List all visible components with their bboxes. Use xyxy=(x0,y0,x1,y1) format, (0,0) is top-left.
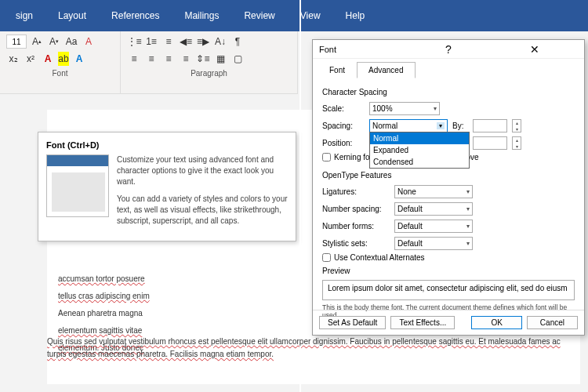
help-icon[interactable]: ? xyxy=(405,43,492,56)
menu-design[interactable]: sign xyxy=(3,2,45,29)
align-center-icon[interactable]: ≡ xyxy=(144,52,158,66)
bullets-icon[interactable]: ⋮≡ xyxy=(127,34,141,49)
preview-section: Preview xyxy=(322,267,575,275)
numbering-icon[interactable]: 1≡ xyxy=(144,34,158,49)
stylistic-select[interactable]: Default xyxy=(394,237,473,250)
numspacing-select[interactable]: Default xyxy=(394,202,473,216)
sort-icon[interactable]: A↓ xyxy=(213,34,227,49)
contextual-label: Use Contextual Alternates xyxy=(334,253,425,262)
ribbon-menu: sign Layout References Mailings Review V… xyxy=(0,0,588,31)
position-by-input[interactable] xyxy=(473,136,507,150)
preview-box: Lorem ipsum dolor sit amet, consectetur … xyxy=(322,280,575,300)
spacing-select[interactable]: Normal▾ xyxy=(369,119,448,132)
clear-format-icon[interactable]: A xyxy=(82,34,96,49)
scale-label: Scale: xyxy=(322,104,365,113)
tooltip-title: Font (Ctrl+D) xyxy=(46,140,288,150)
document-below[interactable]: Quis risus sed vulputat vestibulum rhonc… xyxy=(47,336,580,361)
char-spacing-section: Character Spacing xyxy=(322,88,575,96)
by-label-1: By: xyxy=(452,122,468,130)
show-marks-icon[interactable]: ¶ xyxy=(230,34,245,49)
ribbon-toolbar: A▴ A▾ Aa A x₂ x² A ab A Font ⋮≡ 1≡ ≡ ◀≡ … xyxy=(0,31,298,94)
dialog-title: Font xyxy=(319,45,405,54)
position-by-spinner[interactable]: ▴▾ xyxy=(512,136,521,150)
increase-indent-icon[interactable]: ≡▶ xyxy=(196,34,210,49)
font-size-input[interactable] xyxy=(6,34,27,49)
highlight-icon[interactable]: ab xyxy=(58,52,69,66)
numforms-select[interactable]: Default xyxy=(394,220,473,233)
menu-view[interactable]: View xyxy=(288,2,333,29)
cancel-button[interactable]: Cancel xyxy=(527,316,578,329)
opentype-section: OpenType Features xyxy=(322,171,575,180)
set-default-button[interactable]: Set As Default xyxy=(319,316,386,329)
spacing-option-expanded[interactable]: Expanded xyxy=(370,144,469,156)
menu-references[interactable]: References xyxy=(99,2,172,29)
position-label: Position: xyxy=(322,139,365,147)
menu-review[interactable]: Review xyxy=(231,2,287,29)
menu-layout[interactable]: Layout xyxy=(45,2,99,29)
ligatures-label: Ligatures: xyxy=(322,187,390,196)
align-left-icon[interactable]: ≡ xyxy=(127,52,141,66)
shading-icon[interactable]: ▦ xyxy=(213,52,227,66)
ligatures-select[interactable]: None xyxy=(394,185,473,198)
change-case-icon[interactable]: Aa xyxy=(64,34,78,49)
align-right-icon[interactable]: ≡ xyxy=(162,52,176,66)
multilevel-icon[interactable]: ≡ xyxy=(162,34,176,49)
close-icon[interactable]: ✕ xyxy=(492,43,578,56)
tooltip-thumbnail xyxy=(46,154,109,217)
increase-font-icon[interactable]: A▴ xyxy=(30,34,44,49)
ok-button[interactable]: OK xyxy=(471,316,521,329)
decrease-indent-icon[interactable]: ◀≡ xyxy=(179,34,193,49)
sup-icon[interactable]: x² xyxy=(24,52,38,66)
text-effects-icon[interactable]: A xyxy=(72,52,86,66)
numspacing-label: Number spacing: xyxy=(322,205,390,213)
spacing-dropdown-list: Normal Expanded Condensed xyxy=(369,132,470,169)
menu-mailings[interactable]: Mailings xyxy=(172,2,231,29)
numforms-label: Number forms: xyxy=(322,222,390,230)
line-spacing-icon[interactable]: ⇕≡ xyxy=(196,52,210,66)
text-effects-button[interactable]: Text Effects... xyxy=(390,316,455,329)
spacing-by-spinner[interactable]: ▴▾ xyxy=(512,119,521,132)
justify-icon[interactable]: ≡ xyxy=(179,52,193,66)
font-tooltip: Font (Ctrl+D) Customize your text using … xyxy=(38,132,296,241)
kerning-checkbox[interactable] xyxy=(322,153,331,162)
paragraph-group-label: Paragraph xyxy=(127,69,291,90)
spacing-by-input[interactable] xyxy=(473,119,507,132)
font-color-icon[interactable]: A xyxy=(41,52,55,66)
spacing-option-condensed[interactable]: Condensed xyxy=(370,156,469,168)
stylistic-label: Stylistic sets: xyxy=(322,239,390,248)
scale-select[interactable]: 100% xyxy=(369,102,440,115)
font-dialog: Font ? ✕ Font Advanced Character Spacing… xyxy=(312,39,585,336)
menu-help[interactable]: Help xyxy=(333,2,378,29)
font-group-label: Font xyxy=(6,69,114,90)
spacing-option-normal[interactable]: Normal xyxy=(370,132,469,144)
decrease-font-icon[interactable]: A▾ xyxy=(47,34,61,49)
borders-icon[interactable]: ▢ xyxy=(230,52,245,66)
contextual-checkbox[interactable] xyxy=(322,253,331,262)
tab-advanced[interactable]: Advanced xyxy=(357,62,415,78)
spacing-label: Spacing: xyxy=(322,122,365,130)
tooltip-text: Customize your text using advanced font … xyxy=(117,154,288,233)
tab-font[interactable]: Font xyxy=(318,62,357,78)
sub-icon[interactable]: x₂ xyxy=(6,52,20,66)
